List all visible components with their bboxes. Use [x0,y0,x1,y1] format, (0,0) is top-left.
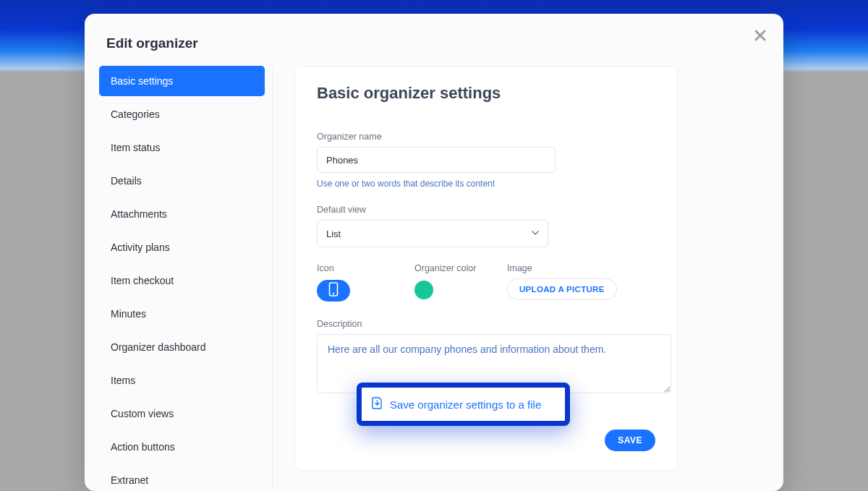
save-button[interactable]: SAVE [605,430,655,451]
description-label: Description [317,319,655,329]
organizer-name-input[interactable] [317,147,556,173]
color-label: Organizer color [414,263,507,273]
organizer-name-hint: Use one or two words that describe its c… [317,179,655,189]
sidebar-item-details[interactable]: Details [99,166,265,196]
save-settings-link-text: Save organizer settings to a file [390,398,541,411]
default-view-label: Default view [317,205,655,215]
sidebar-item-items[interactable]: Items [99,365,265,396]
close-button[interactable] [754,28,766,44]
panel-title: Basic organizer settings [317,84,655,103]
close-icon [754,30,766,41]
image-label: Image [507,263,655,273]
phone-icon [328,282,339,299]
sidebar-item-basic-settings[interactable]: Basic settings [99,66,265,96]
save-settings-to-file-link[interactable]: Save organizer settings to a file [357,383,570,426]
sidebar-item-minutes[interactable]: Minutes [99,299,265,329]
sidebar-item-extranet[interactable]: Extranet [99,465,265,491]
sidebar-item-organizer-dashboard[interactable]: Organizer dashboard [99,332,265,362]
organizer-name-label: Organizer name [317,132,655,142]
upload-picture-button[interactable]: UPLOAD A PICTURE [507,278,617,300]
edit-organizer-modal: Edit organizer Basic settings Categories… [85,14,783,491]
download-file-icon [372,397,383,412]
icon-picker[interactable] [317,280,350,302]
icon-label: Icon [317,263,414,273]
sidebar-item-item-checkout[interactable]: Item checkout [99,265,265,296]
sidebar-item-action-buttons[interactable]: Action buttons [99,432,265,462]
sidebar-item-item-status[interactable]: Item status [99,132,265,163]
sidebar-item-custom-views[interactable]: Custom views [99,398,265,429]
color-picker[interactable] [414,281,433,299]
sidebar-nav: Basic settings Categories Item status De… [99,66,273,490]
default-view-select[interactable]: List [317,220,548,247]
modal-title: Edit organizer [85,14,783,66]
sidebar-item-activity-plans[interactable]: Activity plans [99,232,265,262]
sidebar-item-categories[interactable]: Categories [99,99,265,129]
sidebar-item-attachments[interactable]: Attachments [99,199,265,229]
svg-point-1 [333,293,334,294]
